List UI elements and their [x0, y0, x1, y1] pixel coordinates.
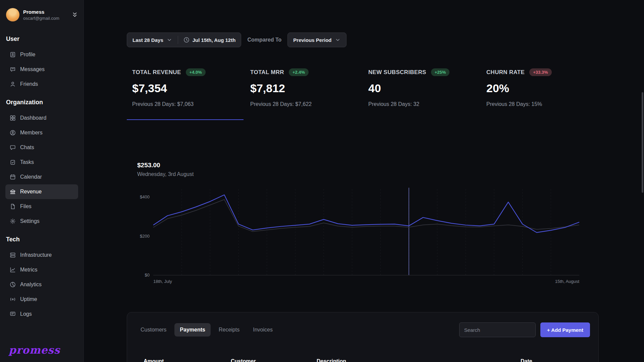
- sidebar-item-files[interactable]: Files: [5, 199, 78, 214]
- user-meta: Promess oscarf@gmail.com: [23, 9, 59, 21]
- column-header-amount[interactable]: Amount: [144, 358, 164, 362]
- records-panel: CustomersPaymentsReceiptsInvoices + Add …: [127, 312, 599, 362]
- sidebar: Promess oscarf@gmail.com User Profile Me…: [0, 0, 84, 362]
- panel-toolbar: CustomersPaymentsReceiptsInvoices + Add …: [127, 312, 598, 337]
- kpi-title: TOTAL MRR: [250, 69, 284, 76]
- sidebar-item-logs[interactable]: Logs: [5, 307, 78, 321]
- sidebar-item-chats[interactable]: Chats: [5, 140, 78, 155]
- sidebar-item-friends[interactable]: Friends: [5, 77, 78, 92]
- kpi-churn-rate[interactable]: CHURN RATE +33.3% 20% Previous 28 Days: …: [481, 66, 599, 120]
- tab-bar: CustomersPaymentsReceiptsInvoices: [135, 323, 278, 337]
- kpi-previous-value: Previous 28 Days: $7,063: [132, 101, 238, 107]
- tab-receipts[interactable]: Receipts: [213, 323, 245, 337]
- friends-icon: [10, 81, 16, 87]
- chats-icon: [10, 144, 16, 150]
- table-header-row: AmountCustomerDescriptionDate: [127, 354, 598, 362]
- kpi-new-subscribers[interactable]: NEW SUBSCRIBERS +25% 40 Previous 28 Days…: [363, 66, 481, 120]
- logs-icon: [10, 311, 16, 317]
- kpi-change-badge: +4.0%: [186, 68, 206, 76]
- date-range-button[interactable]: Jul 15th, Aug 12th: [178, 33, 241, 47]
- sidebar-item-label: Tasks: [20, 159, 34, 165]
- kpi-title: TOTAL REVENUE: [132, 69, 181, 76]
- sidebar-item-label: Calendar: [20, 174, 42, 180]
- svg-text:15th, August: 15th, August: [555, 279, 580, 284]
- chevron-down-icon: [335, 37, 341, 43]
- kpi-previous-value: Previous 28 Days: $7,622: [250, 101, 356, 107]
- chart-tooltip-value: $253.00: [137, 162, 194, 169]
- compare-period-label: Previous Period: [293, 37, 331, 43]
- kpi-change-badge: +2.4%: [289, 68, 309, 76]
- kpi-value: 40: [368, 82, 474, 95]
- user-card[interactable]: Promess oscarf@gmail.com: [0, 0, 84, 28]
- kpi-value: $7,812: [250, 82, 356, 95]
- column-header-customer[interactable]: Customer: [231, 358, 256, 362]
- sidebar-item-label: Settings: [20, 218, 40, 224]
- files-icon: [10, 203, 16, 209]
- sidebar-item-label: Uptime: [20, 296, 37, 302]
- compared-to-label: Compared To: [247, 37, 281, 43]
- messages-icon: [10, 66, 16, 72]
- sidebar-item-metrics[interactable]: Metrics: [5, 262, 78, 277]
- kpi-change-badge: +25%: [431, 68, 450, 76]
- search-input[interactable]: [459, 322, 536, 337]
- tab-payments[interactable]: Payments: [174, 323, 211, 337]
- clock-icon: [183, 37, 190, 43]
- kpi-row: TOTAL REVENUE +4.0% $7,354 Previous 28 D…: [127, 66, 599, 120]
- sidebar-item-label: Profile: [20, 52, 35, 58]
- sidebar-item-tasks[interactable]: Tasks: [5, 155, 78, 170]
- sidebar-item-label: Metrics: [20, 267, 38, 273]
- svg-text:18th, July: 18th, July: [153, 279, 172, 284]
- kpi-value: $7,354: [132, 82, 238, 95]
- profile-icon: [10, 52, 16, 58]
- infrastructure-icon: [10, 252, 16, 258]
- sidebar-item-profile[interactable]: Profile: [5, 47, 78, 62]
- tasks-icon: [10, 159, 16, 165]
- analytics-icon: [10, 282, 16, 288]
- column-header-description[interactable]: Description: [317, 358, 346, 362]
- kpi-title: CHURN RATE: [486, 69, 525, 76]
- avatar: [6, 8, 19, 21]
- sidebar-item-messages[interactable]: Messages: [5, 62, 78, 77]
- promess-logo: promess: [0, 344, 84, 362]
- sidebar-nav: User Profile Messages Friends Organizati…: [0, 28, 84, 321]
- sidebar-item-label: Messages: [20, 66, 45, 72]
- settings-icon: [10, 218, 16, 224]
- sidebar-item-dashboard[interactable]: Dashboard: [5, 111, 78, 125]
- svg-text:$400: $400: [140, 194, 150, 199]
- section-title-user: User: [6, 36, 77, 43]
- compare-period-button[interactable]: Previous Period: [287, 33, 346, 47]
- sidebar-item-label: Revenue: [20, 189, 42, 195]
- sidebar-item-analytics[interactable]: Analytics: [5, 277, 78, 292]
- sidebar-item-label: Friends: [20, 81, 38, 87]
- sidebar-item-uptime[interactable]: Uptime: [5, 292, 78, 307]
- revenue-icon: [10, 189, 16, 195]
- date-preset-button[interactable]: Last 28 Days: [127, 33, 178, 47]
- kpi-previous-value: Previous 28 Days: 15%: [486, 101, 592, 107]
- uptime-icon: [10, 296, 16, 302]
- date-range-group: Last 28 Days Jul 15th, Aug 12th: [127, 33, 241, 47]
- scrollbar-thumb[interactable]: [642, 92, 643, 193]
- tab-invoices[interactable]: Invoices: [248, 323, 278, 337]
- kpi-total-revenue[interactable]: TOTAL REVENUE +4.0% $7,354 Previous 28 D…: [127, 66, 245, 120]
- kpi-title: NEW SUBSCRIBERS: [368, 69, 426, 76]
- sidebar-item-members[interactable]: Members: [5, 125, 78, 140]
- kpi-total-mrr[interactable]: TOTAL MRR +2.4% $7,812 Previous 28 Days:…: [245, 66, 363, 120]
- svg-text:$0: $0: [145, 273, 150, 278]
- double-chevron-down-icon[interactable]: [71, 11, 78, 18]
- sidebar-item-calendar[interactable]: Calendar: [5, 170, 78, 184]
- sidebar-item-label: Dashboard: [20, 115, 46, 121]
- chart-tooltip-date: Wednesday, 3rd August: [137, 171, 194, 177]
- svg-text:$200: $200: [140, 234, 150, 239]
- date-preset-label: Last 28 Days: [132, 37, 163, 43]
- sidebar-item-label: Infrastructure: [20, 252, 52, 258]
- column-header-date[interactable]: Date: [521, 358, 532, 362]
- sidebar-item-settings[interactable]: Settings: [5, 214, 78, 229]
- revenue-line-chart[interactable]: $0$200$40018th, July15th, August: [127, 187, 583, 285]
- sidebar-item-revenue[interactable]: Revenue: [5, 184, 78, 199]
- sidebar-item-label: Chats: [20, 144, 34, 150]
- add-payment-button[interactable]: + Add Payment: [540, 322, 590, 337]
- user-email: oscarf@gmail.com: [23, 16, 59, 21]
- section-title-tech: Tech: [6, 236, 77, 243]
- sidebar-item-infrastructure[interactable]: Infrastructure: [5, 248, 78, 262]
- tab-customers[interactable]: Customers: [135, 323, 172, 337]
